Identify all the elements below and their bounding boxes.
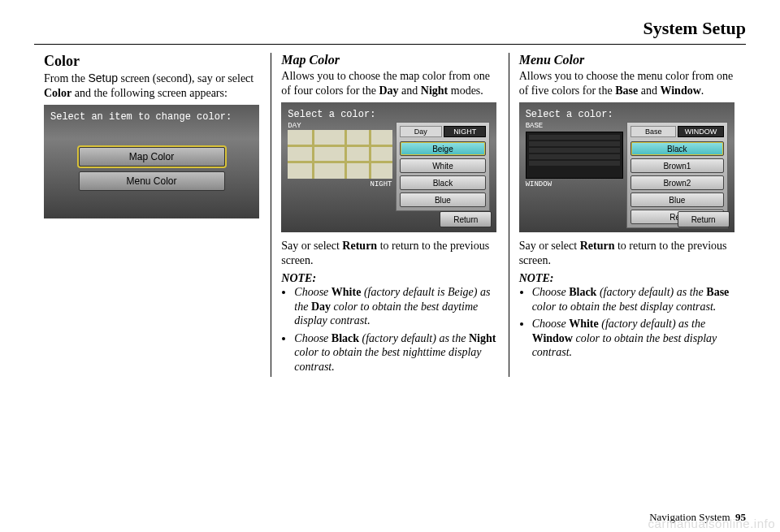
col3-notes: Choose Black (factory default) as the Ba… [532,285,736,360]
text: (factory default) as the [599,318,705,330]
black-word: Black [569,286,596,298]
page: System Setup Color From the Setup screen… [0,0,780,532]
setup-word: Setup [88,71,118,84]
day-word: Day [311,301,331,313]
ss1-menu-color-button[interactable]: Menu Color [79,171,225,191]
night-word: Night [469,332,496,344]
ss1-map-color-button[interactable]: Map Color [79,147,225,167]
day-word: Day [379,84,398,97]
col3-note-1: Choose Black (factory default) as the Ba… [532,285,736,314]
ss2-night-label: NIGHT [370,180,392,188]
white-word: White [332,286,362,298]
text: color to obtain the best display contras… [532,301,717,313]
window-word: Window [532,332,573,344]
tab-night[interactable]: NIGHT [444,126,486,137]
night-word: Night [421,84,448,97]
col3-return-text: Say or select Return to return to the pr… [519,239,736,267]
ss2-return-button[interactable]: Return [440,211,492,227]
ss2-body: DAY NIGHT Day NIGHT [288,122,490,211]
text: color to obtain the best nighttime displ… [294,346,481,373]
tab-base[interactable]: Base [630,126,676,137]
watermark: carmanualsonline.info [648,517,775,530]
opt-menu-brown2[interactable]: Brown2 [630,175,724,190]
col1-intro: From the Setup screen (second), say or s… [44,71,261,100]
opt-menu-black[interactable]: Black [630,141,724,156]
text: Choose [294,286,332,298]
ss3-title: Select a color: [526,109,728,120]
ss3-window-label: WINDOW [526,180,623,188]
ss3-base-label: BASE [526,122,623,130]
col2-note-2: Choose Black (factory default) as the Ni… [294,331,498,374]
text: Choose [294,332,332,344]
text: Say or select [519,240,580,252]
ss2-left-preview: DAY NIGHT [288,122,392,211]
screenshot-menu-color: Select a color: BASE WINDOW Base WIND [519,102,734,232]
opt-white[interactable]: White [400,158,487,173]
col3-note-label: NOTE: [519,272,736,285]
screenshot-map-color: Select a color: DAY NIGHT [281,102,496,232]
ss3-return-button[interactable]: Return [678,211,730,227]
col2-notes: Choose White (factory default is Beige) … [294,285,498,374]
opt-menu-brown1[interactable]: Brown1 [630,158,724,173]
ss1-title: Select an item to change color: [50,111,253,123]
col2-note-1: Choose White (factory default is Beige) … [294,285,498,328]
black-word: Black [332,332,359,344]
return-word: Return [342,240,377,252]
col3-note-2: Choose White (factory default) as the Wi… [532,317,736,360]
tab-day[interactable]: Day [400,126,442,137]
col-menu-color: Menu Color Allows you to choose the menu… [509,53,746,377]
heading-map-color: Map Color [281,53,498,67]
opt-black[interactable]: Black [400,175,487,190]
col-map-color: Map Color Allows you to choose the map c… [271,53,508,377]
ss2-day-label: DAY [288,122,392,130]
text: and [638,84,660,97]
ss2-tabs: Day NIGHT [400,126,487,137]
page-title: System Setup [34,18,746,45]
text: (factory default) as the [359,332,469,344]
text: . [701,84,704,97]
opt-menu-blue[interactable]: Blue [630,192,724,207]
screenshot-color-select: Select an item to change color: Map Colo… [44,105,259,218]
text: and [399,84,421,97]
tab-window[interactable]: WINDOW [678,126,723,137]
text: and the following screen appears: [72,87,228,99]
heading-menu-color: Menu Color [519,53,736,67]
ss1-button-group: Map Color Menu Color [50,147,253,191]
base-word: Base [615,84,638,97]
text: (factory default) as the [596,286,706,298]
map-preview-day [288,130,392,179]
ss2-title: Select a color: [288,109,490,120]
return-word: Return [580,240,615,252]
col2-note-label: NOTE: [281,272,498,285]
text: Choose [532,318,570,330]
col-color: Color From the Setup screen (second), sa… [34,53,271,377]
text: Choose [532,286,570,298]
col3-intro: Allows you to choose the menu color from… [519,69,736,97]
col2-intro: Allows you to choose the map color from … [281,69,498,97]
heading-color: Color [44,53,261,70]
columns: Color From the Setup screen (second), sa… [34,53,746,377]
ss2-options-panel: Day NIGHT Beige White Black Blue [396,122,491,211]
color-word: Color [44,87,72,99]
text: modes. [448,84,483,97]
text: From the [44,72,88,84]
ss3-tabs: Base WINDOW [630,126,724,137]
opt-beige[interactable]: Beige [400,141,487,156]
base-word: Base [706,286,729,298]
menu-preview [526,132,623,179]
col2-return-text: Say or select Return to return to the pr… [281,239,498,267]
white-word: White [569,318,599,330]
text: screen (second), say or select [118,72,254,84]
window-word: Window [660,84,700,97]
opt-blue[interactable]: Blue [400,192,487,207]
text: Say or select [281,240,342,252]
ss3-left-preview: BASE WINDOW [526,122,623,228]
